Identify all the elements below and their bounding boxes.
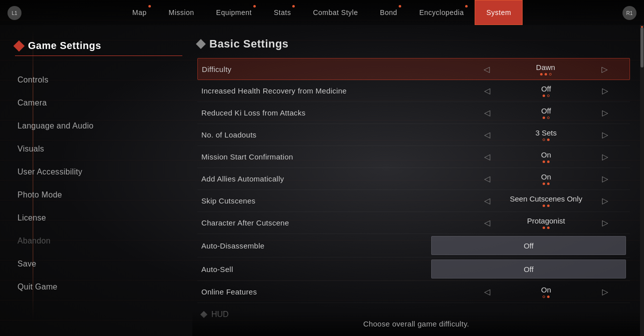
settings-dots-ki-loss bbox=[543, 116, 550, 119]
settings-dots-loadouts bbox=[543, 138, 550, 141]
settings-value-text-online-features: On bbox=[541, 286, 551, 294]
nav-item-map[interactable]: Map bbox=[121, 0, 158, 25]
sidebar-item-quit-game[interactable]: Quit Game bbox=[15, 276, 182, 298]
r1-button[interactable]: R1 bbox=[623, 6, 637, 20]
chevron-left-mission-confirmation[interactable]: ◁ bbox=[482, 152, 492, 162]
chevron-left-difficulty[interactable]: ◁ bbox=[482, 64, 492, 74]
settings-label-ki-loss: Reduced Ki Loss from Attacks bbox=[201, 108, 466, 117]
dot-indicator bbox=[543, 204, 545, 207]
l1-button[interactable]: L1 bbox=[7, 6, 21, 20]
settings-value-inner-add-allies: On bbox=[496, 172, 596, 185]
nav-item-bond[interactable]: Bond bbox=[369, 0, 408, 25]
settings-label-add-allies: Add Allies Automatically bbox=[201, 174, 466, 183]
settings-value-text-difficulty: Dawn bbox=[536, 63, 555, 72]
nav-items-container: MapMissionEquipmentStatsCombat StyleBond… bbox=[121, 0, 523, 25]
chevron-right-skip-cutscenes[interactable]: ▷ bbox=[600, 196, 610, 206]
settings-label-skip-cutscenes: Skip Cutscenes bbox=[201, 196, 466, 205]
scrollbar-thumb[interactable] bbox=[641, 28, 644, 68]
chevron-left-ki-loss[interactable]: ◁ bbox=[482, 108, 492, 118]
settings-label-character-cutscene: Character After Cutscene bbox=[201, 218, 466, 227]
settings-row-auto-disassemble[interactable]: Auto-DisassembleOff bbox=[197, 234, 630, 258]
nav-item-equipment[interactable]: Equipment bbox=[205, 0, 263, 25]
chevron-left-character-cutscene[interactable]: ◁ bbox=[482, 218, 492, 228]
dot-indicator bbox=[547, 116, 550, 119]
settings-label-auto-sell: Auto-Sell bbox=[201, 265, 431, 274]
settings-row-auto-sell[interactable]: Auto-SellOff bbox=[197, 258, 630, 281]
chevron-right-add-allies[interactable]: ▷ bbox=[600, 174, 610, 184]
settings-value-text-character-cutscene: Protagonist bbox=[527, 216, 565, 225]
sidebar-item-language-and-audio[interactable]: Language and Audio bbox=[15, 114, 182, 138]
chevron-right-online-features[interactable]: ▷ bbox=[600, 287, 610, 296]
sidebar-item-license[interactable]: License bbox=[15, 206, 182, 230]
settings-value-area-online-features: ◁On▷ bbox=[466, 286, 626, 298]
settings-row-difficulty[interactable]: Difficulty◁Dawn▷ bbox=[197, 58, 630, 80]
chevron-left-health-recovery[interactable]: ◁ bbox=[482, 86, 492, 96]
nav-dot-indicator bbox=[292, 5, 295, 8]
main-content: Basic Settings Difficulty◁Dawn▷Increased… bbox=[192, 25, 640, 336]
chevron-left-skip-cutscenes[interactable]: ◁ bbox=[482, 196, 492, 206]
sidebar-item-user-accessibility[interactable]: User Accessibility bbox=[15, 160, 182, 184]
sidebar-item-photo-mode[interactable]: Photo Mode bbox=[15, 184, 182, 206]
sidebar: Game Settings ControlsCameraLanguage and… bbox=[0, 25, 192, 336]
settings-value-text-loadouts: 3 Sets bbox=[536, 128, 557, 137]
settings-label-mission-confirmation: Mission Start Confirmation bbox=[201, 152, 466, 161]
sidebar-section-header: Game Settings bbox=[15, 40, 182, 56]
nav-item-mission[interactable]: Mission bbox=[158, 0, 205, 25]
settings-value-area-difficulty: ◁Dawn▷ bbox=[466, 63, 626, 76]
dot-indicator bbox=[547, 94, 550, 97]
nav-item-combat-style[interactable]: Combat Style bbox=[302, 0, 369, 25]
bottom-description-bar: Choose overall game difficulty. bbox=[192, 311, 640, 336]
chevron-left-add-allies[interactable]: ◁ bbox=[482, 174, 492, 184]
settings-value-area-mission-confirmation: ◁On▷ bbox=[466, 150, 626, 163]
settings-row-add-allies[interactable]: Add Allies Automatically◁On▷ bbox=[197, 168, 630, 190]
settings-row-skip-cutscenes[interactable]: Skip Cutscenes◁Seen Cutscenes Only▷ bbox=[197, 190, 630, 212]
dot-indicator bbox=[547, 138, 550, 141]
dot-indicator bbox=[547, 296, 550, 298]
chevron-right-mission-confirmation[interactable]: ▷ bbox=[600, 152, 610, 162]
settings-value-btn-auto-sell[interactable]: Off bbox=[431, 260, 626, 278]
chevron-right-loadouts[interactable]: ▷ bbox=[600, 130, 610, 140]
dot-indicator bbox=[543, 116, 545, 119]
settings-value-text-skip-cutscenes: Seen Cutscenes Only bbox=[510, 194, 582, 203]
settings-value-inner-character-cutscene: Protagonist bbox=[496, 216, 596, 229]
settings-value-inner-loadouts: 3 Sets bbox=[496, 128, 596, 141]
dot-indicator bbox=[547, 226, 550, 229]
settings-row-character-cutscene[interactable]: Character After Cutscene◁Protagonist▷ bbox=[197, 212, 630, 234]
dot-indicator bbox=[543, 160, 545, 163]
scrollbar-track[interactable] bbox=[640, 25, 644, 336]
settings-row-mission-confirmation[interactable]: Mission Start Confirmation◁On▷ bbox=[197, 146, 630, 168]
sidebar-item-save[interactable]: Save bbox=[15, 252, 182, 276]
settings-dots-skip-cutscenes bbox=[543, 204, 550, 207]
dot-indicator bbox=[543, 138, 545, 141]
settings-value-area-loadouts: ◁3 Sets▷ bbox=[466, 128, 626, 141]
chevron-right-ki-loss[interactable]: ▷ bbox=[600, 108, 610, 118]
nav-item-system[interactable]: System bbox=[475, 0, 523, 25]
settings-value-area-ki-loss: ◁Off▷ bbox=[466, 106, 626, 119]
sidebar-item-controls[interactable]: Controls bbox=[15, 68, 182, 92]
settings-value-btn-auto-disassemble[interactable]: Off bbox=[431, 236, 626, 255]
settings-value-inner-online-features: On bbox=[496, 286, 596, 298]
nav-item-encyclopedia[interactable]: Encyclopedia bbox=[408, 0, 475, 25]
chevron-right-character-cutscene[interactable]: ▷ bbox=[600, 218, 610, 228]
dot-indicator bbox=[547, 160, 550, 163]
sidebar-item-camera[interactable]: Camera bbox=[15, 92, 182, 114]
settings-row-loadouts[interactable]: No. of Loadouts◁3 Sets▷ bbox=[197, 124, 630, 146]
settings-label-online-features: Online Features bbox=[201, 288, 466, 296]
dot-indicator bbox=[547, 204, 550, 207]
settings-row-health-recovery[interactable]: Increased Health Recovery from Medicine◁… bbox=[197, 80, 630, 102]
sidebar-item-visuals[interactable]: Visuals bbox=[15, 138, 182, 160]
settings-dots-character-cutscene bbox=[543, 226, 550, 229]
settings-row-online-features[interactable]: Online Features◁On▷ bbox=[197, 281, 630, 303]
chevron-left-online-features[interactable]: ◁ bbox=[482, 287, 492, 296]
nav-item-stats[interactable]: Stats bbox=[263, 0, 302, 25]
chevron-right-health-recovery[interactable]: ▷ bbox=[600, 86, 610, 96]
settings-row-ki-loss[interactable]: Reduced Ki Loss from Attacks◁Off▷ bbox=[197, 102, 630, 124]
nav-dot-indicator bbox=[148, 5, 151, 8]
dot-indicator bbox=[547, 182, 550, 185]
settings-dots-difficulty bbox=[540, 73, 552, 76]
chevron-right-difficulty[interactable]: ▷ bbox=[600, 64, 610, 74]
settings-label-auto-disassemble: Auto-Disassemble bbox=[201, 242, 431, 250]
settings-label-loadouts: No. of Loadouts bbox=[201, 130, 466, 139]
dot-indicator bbox=[543, 296, 545, 298]
chevron-left-loadouts[interactable]: ◁ bbox=[482, 130, 492, 140]
